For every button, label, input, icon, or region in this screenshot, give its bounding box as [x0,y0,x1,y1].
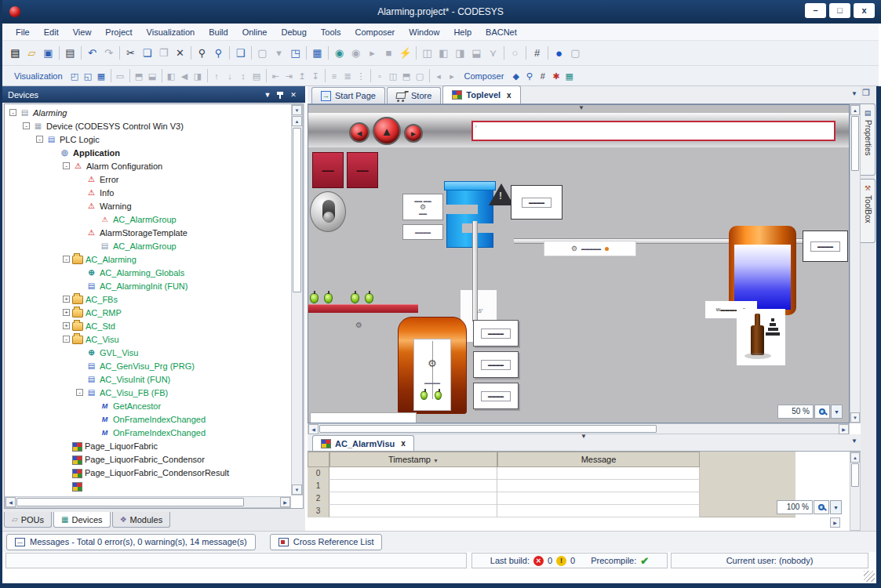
toolbar-icon[interactable] [191,46,191,60]
menu-item[interactable]: BACNet [479,27,524,37]
scroll-down-button[interactable]: ▼ [292,485,302,495]
visualization-toolbar-icon[interactable] [370,69,371,82]
scroll-right-button[interactable]: ▶ [280,497,290,507]
toolbar-icon[interactable] [119,46,120,60]
toolbar-icon[interactable]: ▾ [271,45,287,61]
toolbar-icon[interactable]: ● [551,45,567,61]
devices-vertical-scrollbar[interactable]: ▼ ▲ ▼ [291,104,303,495]
tree-item[interactable]: - Alarm Configuration [5,159,290,172]
resize-grip[interactable] [864,571,875,582]
button-box-top[interactable]: ▬▬▬▬ [511,185,562,220]
tab-start-page[interactable]: → Start Page [311,87,385,103]
menu-item[interactable]: Help [446,27,479,37]
composer-toolbar-icon[interactable]: ⚲ [522,68,536,84]
visualization-toolbar-icon[interactable]: ◂ [432,68,446,84]
message-cell[interactable] [497,505,700,517]
visu-button[interactable]: ▬▬▬▬ [522,198,552,208]
toolbar-icon[interactable]: ◨ [452,45,468,61]
splitter-collapse-icon[interactable]: ▼ [581,433,587,440]
visu-button[interactable]: ▬▬▬▬ [810,241,840,252]
canvas-zoom-value[interactable]: 50 % [777,405,814,419]
timestamp-cell[interactable] [329,480,497,492]
toolbar-icon[interactable]: ⚡ [397,45,413,61]
tree-item[interactable]: Page_LiquorFabric_Condensor [5,452,290,466]
tree-item[interactable]: + AC_RMP [5,306,290,319]
tree-item[interactable]: Error [5,172,290,186]
composer-toolbar-icon[interactable]: ◆ [509,68,522,84]
tree-item[interactable]: Page_LiquorFabric [5,439,290,452]
visualization-toolbar-icon[interactable]: ⬒ [400,68,413,84]
alarm-vertical-scrollbar[interactable]: ▲ [850,452,861,531]
tree-item[interactable]: AC_AlarmGroup [5,212,290,226]
toolbar-icon[interactable] [251,46,252,60]
toolbar-icon[interactable]: ◧ [435,45,452,61]
visualization-toolbar-icon[interactable]: ↧ [309,68,322,84]
tree-item[interactable]: Application [5,146,290,159]
menu-item[interactable]: Tools [314,27,348,37]
tree-item[interactable]: Info [5,186,290,199]
nav-left-button[interactable]: ◄ [349,122,370,143]
scroll-right-button[interactable]: ▶ [839,424,849,434]
scroll-up-button[interactable]: ▲ [850,105,860,115]
tab-list-dropdown-icon[interactable]: ▼ [851,90,857,97]
visualization-toolbar-icon[interactable]: ↕ [237,68,250,84]
visualization-toolbar-icon[interactable]: ◧ [165,68,178,84]
visualization-toolbar-icon[interactable]: ⋮ [355,68,368,84]
tree-expander[interactable]: - [36,136,43,143]
tree-item[interactable]: AC_AlarmGroup [5,239,290,252]
toolbar-icon[interactable]: ◉ [331,45,348,61]
visualization-toolbar-icon[interactable]: ⇥ [282,68,296,84]
alarm-table-row[interactable]: 3 [308,505,700,517]
pin-icon[interactable] [277,91,284,99]
tree-item[interactable]: - Device (CODESYS Control Win V3) [5,119,290,132]
toolbar-icon[interactable]: ⬓ [468,45,485,61]
reactor-inner-panel[interactable]: ⚙ ▬▬▬▬ [413,339,451,411]
tree-expander[interactable]: + [63,309,70,316]
alarm-table-row[interactable]: 0 [308,467,700,480]
toolbar-icon[interactable]: ✂ [122,45,139,61]
visualization-toolbar-icon[interactable]: ▢ [413,68,427,84]
scroll-right-button[interactable]: ▶ [830,517,840,528]
tree-item[interactable]: GetAncestor [5,399,290,412]
visu-button[interactable]: ▬▬▬▬ [481,360,511,370]
blue-pipe-section[interactable] [446,185,493,248]
visualization-toolbar-icon[interactable] [266,69,267,82]
tree-item[interactable]: + AC_FBs [5,292,290,306]
menu-item[interactable]: View [66,27,99,37]
menu-item[interactable]: Build [202,27,235,37]
maximize-button[interactable]: □ [829,3,850,18]
minimize-button[interactable]: – [805,3,826,18]
toolbar-icon[interactable]: ✕ [172,45,188,61]
alarm-zoom-dropdown[interactable]: ▼ [830,500,842,514]
toolbar-icon[interactable] [328,46,329,60]
composer-toolbar-icon[interactable]: ▦ [562,68,576,84]
tree-expander[interactable]: - [9,109,16,116]
toolbar-icon[interactable]: ❏ [139,45,155,61]
menu-item[interactable]: Online [235,27,275,37]
toolbar-icon[interactable] [548,46,548,60]
alarm-red-button-2[interactable]: ▬▬▬ [347,152,378,188]
toolbar-icon[interactable]: ▣ [40,45,56,61]
tab-properties[interactable]: ▤ Properties [861,103,876,176]
toolbar-icon[interactable]: ◫ [419,45,435,61]
visu-button-box[interactable]: ▬▬▬▬ [473,320,519,347]
tree-item[interactable]: - AC_Visu_FB (FB) [5,386,290,399]
visu-button-box[interactable]: ▬▬▬▬ [473,351,519,378]
tree-expander[interactable]: + [63,296,70,303]
toolbar-icon[interactable]: ▤ [7,45,24,61]
sort-dropdown-icon[interactable]: ▼ [433,458,439,463]
visualization-toolbar-icon[interactable]: ↥ [296,68,309,84]
toolbar-icon[interactable]: ▸ [364,45,380,61]
visualization-toolbar-icon[interactable]: ▦ [95,68,108,84]
canvas-horizontal-scrollbar[interactable]: ◀ ▶ [308,423,850,434]
tree-expander[interactable]: - [23,122,30,129]
menu-item[interactable]: Visualization [140,27,202,37]
visualization-toolbar-icon[interactable] [129,69,130,82]
canvas-vertical-scrollbar[interactable]: ▲ ▼ [850,104,861,423]
tree-item[interactable]: AC_VisuInit (FUN) [5,372,290,386]
tree-item[interactable]: Page_LiquorFabric_CondensorResult [5,466,290,479]
visu-button[interactable]: ▬▬▬▬ [481,391,511,401]
visualization-canvas[interactable]: ▼ ◄ ▲ ► r ▬▬▬ ▬▬▬ ▬▬ ▬▬ ⚙ ▬▬ ▬▬▬▬ ▬▬▬▬ ⚙… [308,104,850,423]
timestamp-cell[interactable] [329,467,497,480]
menu-item[interactable]: Window [402,27,446,37]
